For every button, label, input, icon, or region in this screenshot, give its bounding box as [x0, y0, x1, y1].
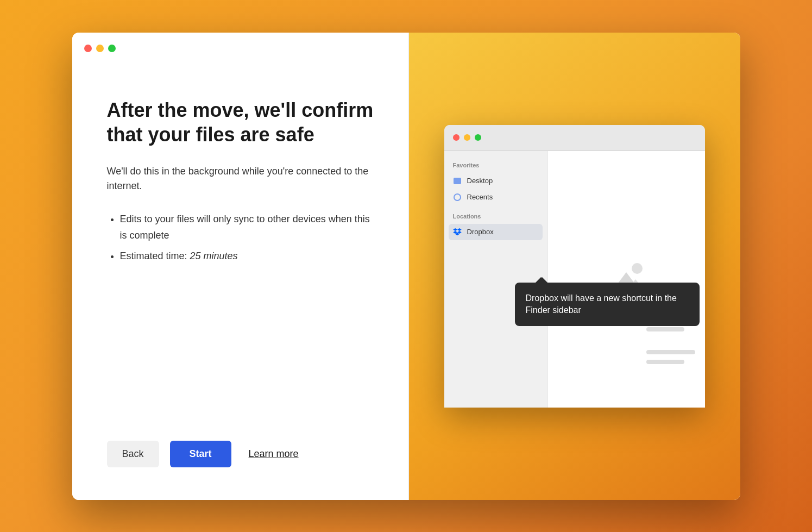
- left-panel: After the move, we'll confirm that your …: [72, 33, 409, 500]
- dropbox-label: Dropbox: [467, 228, 494, 236]
- favorites-label: Favorites: [444, 162, 547, 173]
- tooltip-arrow: [536, 277, 546, 283]
- desktop-icon: [453, 177, 462, 185]
- sidebar-item-desktop[interactable]: Desktop: [444, 173, 547, 189]
- content-lines: [646, 350, 695, 364]
- left-content: After the move, we'll confirm that your …: [107, 76, 374, 269]
- content-line: [646, 360, 684, 364]
- bullet-list: Edits to your files will only sync to ot…: [107, 211, 374, 264]
- recents-label: Recents: [467, 193, 493, 201]
- start-button[interactable]: Start: [170, 441, 231, 467]
- content-line: [646, 327, 684, 331]
- fullscreen-button[interactable]: [108, 45, 116, 52]
- minimize-button[interactable]: [96, 45, 104, 52]
- svg-point-0: [632, 263, 643, 274]
- right-panel: Favorites Desktop Recents: [409, 33, 740, 500]
- description-text: We'll do this in the background while yo…: [107, 164, 374, 195]
- finder-close: [453, 134, 459, 141]
- close-button[interactable]: [84, 45, 92, 52]
- finder-titlebar: [444, 125, 705, 151]
- main-window: After the move, we'll confirm that your …: [72, 33, 740, 500]
- sidebar-item-dropbox[interactable]: Dropbox: [449, 224, 543, 240]
- list-item: Edits to your files will only sync to ot…: [120, 211, 374, 243]
- recents-icon: [453, 193, 462, 202]
- desktop-label: Desktop: [467, 177, 493, 185]
- finder-fullscreen: [475, 134, 481, 141]
- locations-label: Locations: [444, 213, 547, 224]
- learn-more-link[interactable]: Learn more: [249, 448, 299, 460]
- finder-window: Favorites Desktop Recents: [444, 125, 705, 408]
- locations-section: Locations: [444, 213, 547, 240]
- finder-minimize: [464, 134, 470, 141]
- dropbox-sidebar-icon: [453, 228, 462, 236]
- list-item: Estimated time: 25 minutes: [120, 248, 374, 265]
- finder-sidebar: Favorites Desktop Recents: [444, 151, 547, 408]
- content-line: [646, 350, 695, 354]
- back-button[interactable]: Back: [107, 441, 159, 467]
- window-traffic-lights: [84, 45, 116, 52]
- sidebar-item-recents[interactable]: Recents: [444, 189, 547, 205]
- tooltip-text: Dropbox will have a new shortcut in the …: [526, 293, 677, 315]
- finder-body: Favorites Desktop Recents: [444, 151, 705, 408]
- finder-content: [547, 151, 705, 408]
- bottom-actions: Back Start Learn more: [107, 441, 374, 467]
- tooltip-bubble: Dropbox will have a new shortcut in the …: [515, 283, 700, 327]
- main-title: After the move, we'll confirm that your …: [107, 98, 374, 147]
